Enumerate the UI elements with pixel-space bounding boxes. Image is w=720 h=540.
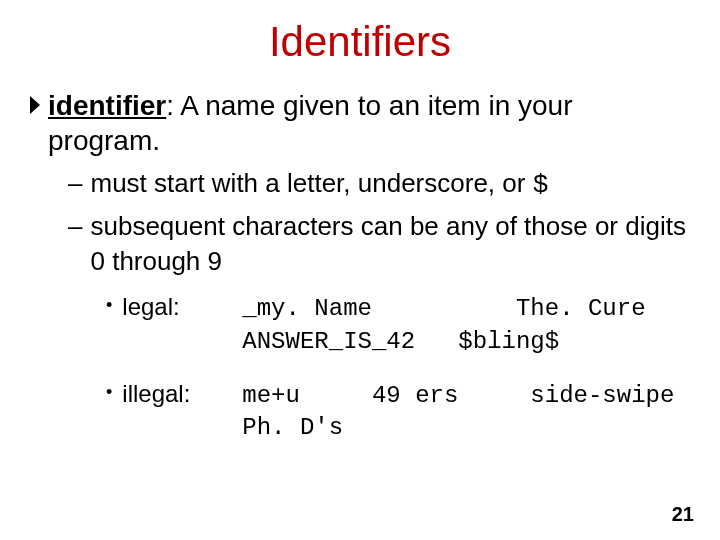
dash-icon: – <box>68 209 82 244</box>
legal-row: • legal: _my. Name The. Cure ANSWER_IS_4… <box>106 293 692 358</box>
page-number: 21 <box>672 503 694 526</box>
definition-line: identifier: A name given to an item in y… <box>28 88 692 158</box>
bullet-dot-icon: • <box>106 295 112 316</box>
rule-1: – must start with a letter, underscore, … <box>68 166 692 203</box>
rules-block: – must start with a letter, underscore, … <box>68 166 692 279</box>
definition-term: identifier <box>48 90 166 121</box>
rule-2: – subsequent characters can be any of th… <box>68 209 692 279</box>
definition-text: identifier: A name given to an item in y… <box>48 88 692 158</box>
illegal-row: • illegal: me+u 49 ers side-swipe Ph. D'… <box>106 380 692 445</box>
bullet-icon <box>28 94 42 122</box>
examples-block: • legal: _my. Name The. Cure ANSWER_IS_4… <box>106 293 692 445</box>
rule-2-text: subsequent characters can be any of thos… <box>90 209 692 279</box>
illegal-examples: me+u 49 ers side-swipe Ph. D's <box>242 380 692 445</box>
dollar-sign: $ <box>533 170 549 200</box>
bullet-dot-icon: • <box>106 382 112 403</box>
legal-examples: _my. Name The. Cure ANSWER_IS_42 $bling$ <box>242 293 692 358</box>
page-title: Identifiers <box>28 18 692 66</box>
rule-1-text: must start with a letter, underscore, or… <box>90 166 692 203</box>
dash-icon: – <box>68 166 82 201</box>
slide: Identifiers identifier: A name given to … <box>0 0 720 540</box>
legal-label: legal: <box>122 293 242 321</box>
illegal-label: illegal: <box>122 380 242 408</box>
svg-marker-0 <box>30 96 40 114</box>
